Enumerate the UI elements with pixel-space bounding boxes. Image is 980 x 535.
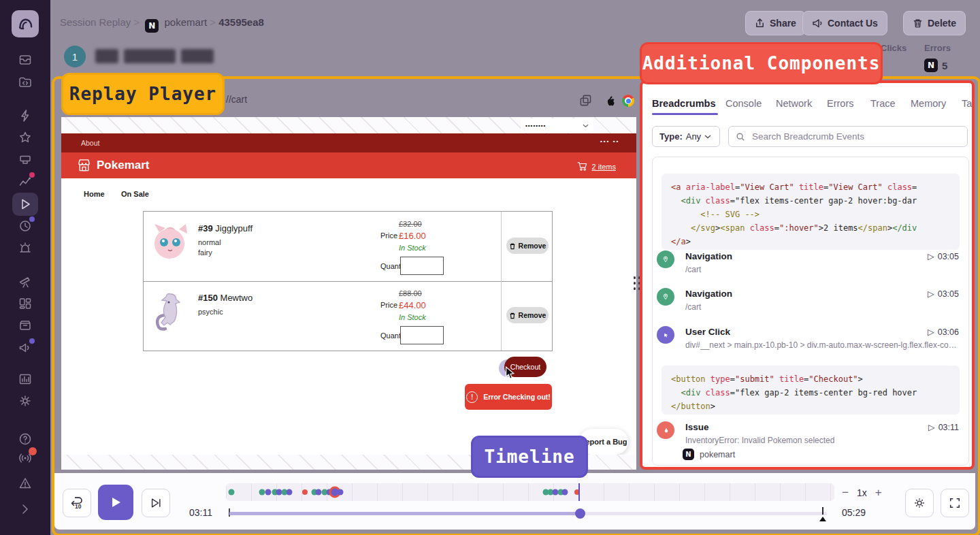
scrubber-handle[interactable] [575,508,585,519]
pokemon-number: #39 [198,223,213,233]
play-button[interactable] [98,485,133,520]
svg-text:10: 10 [75,503,82,510]
errors-stat-label: Errors [924,43,951,53]
fullscreen-button[interactable] [941,489,969,517]
settings-icon[interactable] [18,393,33,408]
sale-price: £44.00 [399,300,426,310]
progress-bar[interactable] [229,512,827,515]
event-timestamp[interactable]: ▷ 03:06 [928,327,959,337]
tab-tags[interactable]: Ta [962,98,972,109]
pokemon-type: normal [198,238,221,246]
event-detail: /cart [685,302,958,312]
breadcrumb-search[interactable] [728,126,968,147]
pokemon-number: #150 [198,293,218,303]
progress-fill [229,512,581,515]
trash-icon [509,312,516,319]
fullscreen-icon [949,497,961,509]
delete-button[interactable]: Delete [903,11,966,35]
search-input[interactable] [751,131,960,142]
type-filter-select[interactable]: Type: Any [652,126,720,147]
play-icon [109,496,122,509]
trash-icon [913,18,923,29]
event-timestamp[interactable]: ▷ 03:05 [928,251,959,261]
performance-icon[interactable] [18,108,33,123]
broadcast-icon[interactable] [18,451,33,466]
timeline-event-dot-click[interactable] [338,489,344,496]
remove-button: Remove [506,238,549,254]
breadcrumb: Session Replay > N pokemart > 43595ea8 [60,16,264,33]
issues-icon[interactable] [18,52,33,67]
skip-to-end-button[interactable] [142,489,170,517]
collect-icon[interactable] [18,152,33,167]
help-icon[interactable] [18,432,33,447]
progress-end-marker [822,507,823,515]
speed-decrease-button[interactable]: − [842,486,849,500]
projects-icon[interactable] [18,75,33,90]
play-outline-icon: ▷ [928,422,935,432]
tab-trace[interactable]: Trace [870,98,896,109]
sale-price: £16.00 [399,231,426,241]
breadcrumb-section[interactable]: Session Replay [60,16,131,28]
timeline-track[interactable] [226,483,834,501]
feedback-icon[interactable] [18,340,33,355]
replay-viewport[interactable]: About ••• •• •••••••• Pokemart 2 items H… [61,117,636,470]
tab-network[interactable]: Network [776,98,812,109]
mouse-cursor-icon [505,366,515,380]
pokemon-name: Jigglypuff [215,223,252,233]
insights-icon[interactable] [18,174,33,189]
starred-icon[interactable] [18,130,33,145]
event-timestamp[interactable]: ▷ 03:11 [928,422,959,432]
speed-increase-button[interactable]: + [875,486,882,500]
timeline-cursor[interactable] [578,483,580,501]
cart-count: 2 items [592,163,616,171]
tab-breadcrumbs[interactable]: Breadcrumbs [652,98,715,109]
replays-icon[interactable] [18,197,33,212]
timeline-event-dot-click[interactable] [265,489,272,496]
code-snippet: <button type="submit" title="Checkout"> … [662,366,960,415]
timeline-event-dot-error[interactable] [302,489,308,495]
cursor-icon [657,326,674,344]
sidebar [0,0,50,535]
timeline-event-dot-nav[interactable] [229,489,235,496]
price-label: Price [380,301,397,309]
masked-menu-text: ••• •• [600,138,619,144]
breadcrumb-project[interactable]: pokemart [165,16,208,28]
pokemon-title: #150 Mewtwo [198,293,252,303]
contact-us-label: Contact Us [828,18,878,29]
player-settings-button[interactable] [905,489,934,517]
speed-value: 1x [857,487,867,498]
share-button[interactable]: Share [745,11,806,35]
marker-arrow-icon [819,517,826,521]
tab-errors[interactable]: Errors [827,98,853,109]
timeline-event-dot-nav[interactable] [259,489,265,496]
event-title: Navigation [685,289,732,299]
pokemart-header: Pokemart 2 items [61,152,636,178]
contact-us-button[interactable]: Contact Us [802,11,887,35]
trash-icon [509,242,516,250]
event-detail: /cart [685,265,958,274]
tab-memory[interactable]: Memory [911,98,946,109]
collapse-icon[interactable] [18,502,33,517]
megaphone-icon [812,18,823,29]
nextjs-logo-icon: N [924,59,938,72]
timeline-event-dot-click[interactable] [562,489,568,496]
rewind-10s-button[interactable]: 10 [63,489,91,517]
stats-icon[interactable] [18,372,33,387]
price-label: Price [380,231,397,240]
timeline-event-dot-click[interactable] [316,489,322,496]
timeline-event-dot-click[interactable] [287,489,293,496]
releases-icon[interactable] [18,318,33,333]
discover-icon[interactable] [18,274,33,289]
sentry-logo[interactable] [12,10,39,37]
dashboards-icon[interactable] [18,296,33,311]
total-duration: 05:29 [842,507,866,518]
share-icon [755,18,765,29]
error-message: Error Checking out! [483,393,551,401]
history-icon[interactable] [18,218,33,233]
pokemon-image-mewtwo [150,291,191,331]
event-timestamp[interactable]: ▷ 03:05 [928,289,959,299]
tab-console[interactable]: Console [725,98,762,109]
rewind-10-icon: 10 [69,496,84,510]
alerts-icon[interactable] [18,241,33,256]
warning-icon[interactable] [18,476,33,491]
